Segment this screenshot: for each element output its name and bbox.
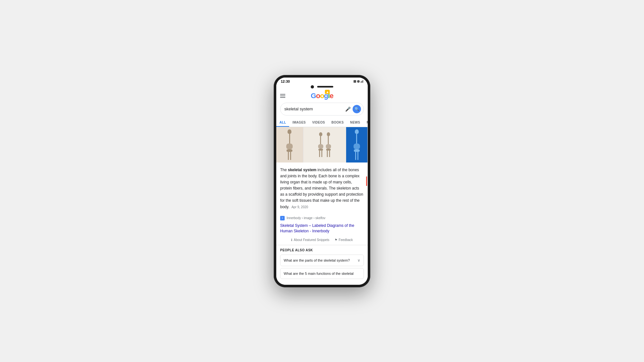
snippet-body: includes all of the bones and joints in … <box>280 168 363 209</box>
paa-title: PEOPLE ALSO ASK <box>280 248 364 252</box>
paa-item-1[interactable]: What are the parts of the skeletal syste… <box>280 255 364 266</box>
feedback-label: Feedback <box>339 238 353 242</box>
feedback-row: ℹ About Featured Snippets ⚑ Feedback <box>276 236 368 245</box>
paa-item-2[interactable]: What are the 5 main functions of the ske… <box>280 268 364 279</box>
search-bar-container: skeletal system 🎤 🔍 <box>276 100 368 118</box>
source-favicon: i <box>280 216 285 220</box>
status-bar: 12:30 <box>276 78 368 85</box>
hamburger-menu[interactable] <box>280 94 285 98</box>
tab-images[interactable]: IMAGES <box>289 118 309 127</box>
signal-icon <box>354 80 356 83</box>
hamburger-line <box>280 96 285 96</box>
paa-question-2: What are the 5 main functions of the ske… <box>284 272 360 275</box>
hamburger-line <box>280 94 285 95</box>
snippet-bold-term: skeletal system <box>288 168 317 172</box>
search-button[interactable]: 🔍 <box>353 105 361 113</box>
feedback-button[interactable]: ⚑ Feedback <box>335 238 353 242</box>
about-snippets-label: About Featured Snippets <box>294 238 329 242</box>
snippet-intro: The <box>280 168 288 172</box>
search-input[interactable]: skeletal system <box>284 107 345 111</box>
paa-question-1: What are the parts of the skeletal syste… <box>284 258 357 262</box>
image-strip[interactable] <box>276 127 368 162</box>
skeleton-image-2[interactable] <box>303 127 346 162</box>
tab-books[interactable]: BOOKS <box>328 118 347 127</box>
feedback-icon: ⚑ <box>335 238 337 242</box>
status-time: 12:30 <box>281 79 290 83</box>
people-also-ask-section: PEOPLE ALSO ASK What are the parts of th… <box>276 245 368 284</box>
skeleton-image-1[interactable] <box>276 127 303 162</box>
mic-icon[interactable]: 🎤 <box>345 107 351 112</box>
search-tabs: ALL IMAGES VIDEOS BOOKS NEWS MAP <box>276 118 368 127</box>
about-snippets-button[interactable]: ℹ About Featured Snippets <box>291 238 329 242</box>
tab-maps[interactable]: MAP <box>364 118 368 127</box>
phone-device: 12:30 Goog▲le <box>274 75 370 287</box>
notch-area <box>276 85 368 90</box>
skeleton-image-3[interactable] <box>346 127 368 162</box>
status-icons <box>354 80 363 83</box>
phone-screen: 12:30 Goog▲le <box>276 78 368 285</box>
tab-news[interactable]: NEWS <box>347 118 363 127</box>
paa-chevron-1: ∨ <box>357 258 360 263</box>
search-results: The skeletal system includes all of the … <box>276 127 368 285</box>
search-icon: 🔍 <box>355 107 359 111</box>
battery-icon <box>361 80 363 83</box>
featured-snippet: The skeletal system includes all of the … <box>276 163 368 214</box>
camera-icon <box>311 85 314 88</box>
wifi-icon <box>357 80 360 83</box>
search-bar[interactable]: skeletal system 🎤 🔍 <box>280 103 364 116</box>
source-line: i Innerbody › image › skelfov <box>276 214 368 222</box>
source-path: Innerbody › image › skelfov <box>287 216 326 220</box>
speaker-icon <box>317 86 333 88</box>
google-logo: Goog▲le <box>311 92 333 100</box>
source-link[interactable]: Skeletal System – Labeled Diagrams of th… <box>276 222 368 237</box>
tab-all[interactable]: ALL <box>276 118 289 127</box>
tab-videos[interactable]: VIDEOS <box>309 118 328 127</box>
hamburger-line <box>280 97 285 98</box>
info-icon: ℹ <box>291 238 292 242</box>
snippet-date: Apr 9, 2020 <box>291 205 308 209</box>
google-header: Goog▲le <box>276 90 368 100</box>
